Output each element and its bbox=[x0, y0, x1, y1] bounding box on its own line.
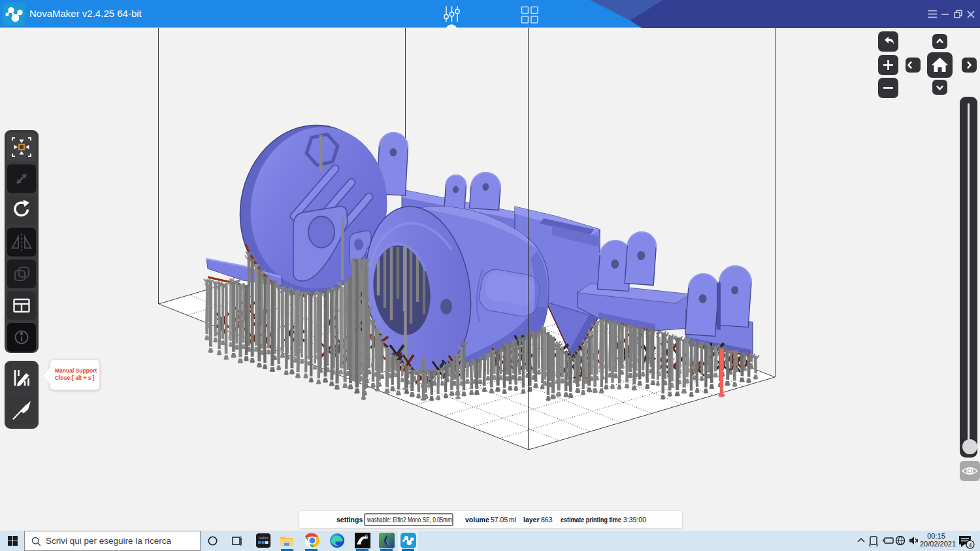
svg-text:6: 6 bbox=[365, 533, 368, 540]
svg-text:GoPro: GoPro bbox=[259, 536, 269, 540]
svg-text:4: 4 bbox=[968, 542, 972, 548]
